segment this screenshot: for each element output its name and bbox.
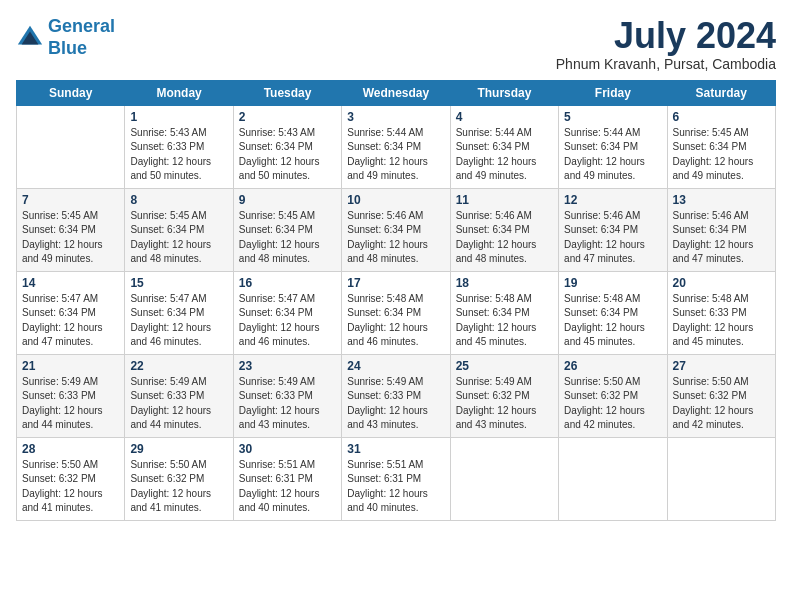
page-header: General Blue July 2024 Phnum Kravanh, Pu… [16,16,776,72]
calendar-cell: 21Sunrise: 5:49 AM Sunset: 6:33 PM Dayli… [17,354,125,437]
calendar-cell: 16Sunrise: 5:47 AM Sunset: 6:34 PM Dayli… [233,271,341,354]
cell-info: Sunrise: 5:44 AM Sunset: 6:34 PM Dayligh… [564,126,661,184]
cell-info: Sunrise: 5:49 AM Sunset: 6:32 PM Dayligh… [456,375,553,433]
cell-info: Sunrise: 5:48 AM Sunset: 6:33 PM Dayligh… [673,292,770,350]
day-number: 17 [347,276,444,290]
day-number: 18 [456,276,553,290]
cell-info: Sunrise: 5:45 AM Sunset: 6:34 PM Dayligh… [130,209,227,267]
day-number: 26 [564,359,661,373]
cell-info: Sunrise: 5:45 AM Sunset: 6:34 PM Dayligh… [239,209,336,267]
day-number: 8 [130,193,227,207]
day-header: Tuesday [233,80,341,105]
day-number: 31 [347,442,444,456]
calendar-header-row: SundayMondayTuesdayWednesdayThursdayFrid… [17,80,776,105]
calendar-cell: 8Sunrise: 5:45 AM Sunset: 6:34 PM Daylig… [125,188,233,271]
day-number: 22 [130,359,227,373]
cell-info: Sunrise: 5:48 AM Sunset: 6:34 PM Dayligh… [456,292,553,350]
day-number: 16 [239,276,336,290]
calendar-week-row: 14Sunrise: 5:47 AM Sunset: 6:34 PM Dayli… [17,271,776,354]
day-number: 29 [130,442,227,456]
calendar-week-row: 1Sunrise: 5:43 AM Sunset: 6:33 PM Daylig… [17,105,776,188]
cell-info: Sunrise: 5:46 AM Sunset: 6:34 PM Dayligh… [673,209,770,267]
logo: General Blue [16,16,115,59]
logo-text: General Blue [48,16,115,59]
cell-info: Sunrise: 5:46 AM Sunset: 6:34 PM Dayligh… [564,209,661,267]
day-number: 6 [673,110,770,124]
calendar-cell: 27Sunrise: 5:50 AM Sunset: 6:32 PM Dayli… [667,354,775,437]
calendar-cell: 30Sunrise: 5:51 AM Sunset: 6:31 PM Dayli… [233,437,341,520]
cell-info: Sunrise: 5:49 AM Sunset: 6:33 PM Dayligh… [347,375,444,433]
calendar-cell: 24Sunrise: 5:49 AM Sunset: 6:33 PM Dayli… [342,354,450,437]
day-number: 2 [239,110,336,124]
calendar-body: 1Sunrise: 5:43 AM Sunset: 6:33 PM Daylig… [17,105,776,520]
calendar-cell: 6Sunrise: 5:45 AM Sunset: 6:34 PM Daylig… [667,105,775,188]
day-number: 9 [239,193,336,207]
day-number: 23 [239,359,336,373]
calendar-cell: 25Sunrise: 5:49 AM Sunset: 6:32 PM Dayli… [450,354,558,437]
day-number: 3 [347,110,444,124]
subtitle: Phnum Kravanh, Pursat, Cambodia [556,56,776,72]
cell-info: Sunrise: 5:46 AM Sunset: 6:34 PM Dayligh… [347,209,444,267]
cell-info: Sunrise: 5:51 AM Sunset: 6:31 PM Dayligh… [347,458,444,516]
calendar-cell: 23Sunrise: 5:49 AM Sunset: 6:33 PM Dayli… [233,354,341,437]
day-number: 7 [22,193,119,207]
day-number: 25 [456,359,553,373]
calendar-cell: 1Sunrise: 5:43 AM Sunset: 6:33 PM Daylig… [125,105,233,188]
day-number: 12 [564,193,661,207]
calendar-week-row: 7Sunrise: 5:45 AM Sunset: 6:34 PM Daylig… [17,188,776,271]
cell-info: Sunrise: 5:51 AM Sunset: 6:31 PM Dayligh… [239,458,336,516]
cell-info: Sunrise: 5:49 AM Sunset: 6:33 PM Dayligh… [22,375,119,433]
cell-info: Sunrise: 5:45 AM Sunset: 6:34 PM Dayligh… [22,209,119,267]
day-header: Sunday [17,80,125,105]
day-header: Monday [125,80,233,105]
cell-info: Sunrise: 5:49 AM Sunset: 6:33 PM Dayligh… [239,375,336,433]
calendar-cell: 29Sunrise: 5:50 AM Sunset: 6:32 PM Dayli… [125,437,233,520]
day-number: 10 [347,193,444,207]
calendar-cell: 17Sunrise: 5:48 AM Sunset: 6:34 PM Dayli… [342,271,450,354]
calendar-cell: 3Sunrise: 5:44 AM Sunset: 6:34 PM Daylig… [342,105,450,188]
day-number: 28 [22,442,119,456]
calendar-cell: 12Sunrise: 5:46 AM Sunset: 6:34 PM Dayli… [559,188,667,271]
calendar-cell [17,105,125,188]
calendar-cell: 22Sunrise: 5:49 AM Sunset: 6:33 PM Dayli… [125,354,233,437]
cell-info: Sunrise: 5:47 AM Sunset: 6:34 PM Dayligh… [239,292,336,350]
day-number: 14 [22,276,119,290]
calendar-week-row: 28Sunrise: 5:50 AM Sunset: 6:32 PM Dayli… [17,437,776,520]
calendar-cell: 4Sunrise: 5:44 AM Sunset: 6:34 PM Daylig… [450,105,558,188]
calendar-cell [559,437,667,520]
calendar-cell [450,437,558,520]
calendar-cell: 28Sunrise: 5:50 AM Sunset: 6:32 PM Dayli… [17,437,125,520]
cell-info: Sunrise: 5:50 AM Sunset: 6:32 PM Dayligh… [673,375,770,433]
cell-info: Sunrise: 5:47 AM Sunset: 6:34 PM Dayligh… [22,292,119,350]
calendar-cell: 18Sunrise: 5:48 AM Sunset: 6:34 PM Dayli… [450,271,558,354]
day-number: 11 [456,193,553,207]
calendar-cell: 2Sunrise: 5:43 AM Sunset: 6:34 PM Daylig… [233,105,341,188]
cell-info: Sunrise: 5:43 AM Sunset: 6:34 PM Dayligh… [239,126,336,184]
day-number: 24 [347,359,444,373]
day-number: 19 [564,276,661,290]
month-title: July 2024 [556,16,776,56]
day-number: 21 [22,359,119,373]
cell-info: Sunrise: 5:49 AM Sunset: 6:33 PM Dayligh… [130,375,227,433]
day-header: Friday [559,80,667,105]
calendar-cell: 19Sunrise: 5:48 AM Sunset: 6:34 PM Dayli… [559,271,667,354]
day-number: 27 [673,359,770,373]
calendar-cell: 10Sunrise: 5:46 AM Sunset: 6:34 PM Dayli… [342,188,450,271]
day-number: 20 [673,276,770,290]
day-header: Wednesday [342,80,450,105]
calendar-cell [667,437,775,520]
day-number: 4 [456,110,553,124]
cell-info: Sunrise: 5:43 AM Sunset: 6:33 PM Dayligh… [130,126,227,184]
day-number: 30 [239,442,336,456]
cell-info: Sunrise: 5:47 AM Sunset: 6:34 PM Dayligh… [130,292,227,350]
calendar-cell: 26Sunrise: 5:50 AM Sunset: 6:32 PM Dayli… [559,354,667,437]
day-header: Saturday [667,80,775,105]
cell-info: Sunrise: 5:48 AM Sunset: 6:34 PM Dayligh… [564,292,661,350]
cell-info: Sunrise: 5:44 AM Sunset: 6:34 PM Dayligh… [347,126,444,184]
calendar-cell: 13Sunrise: 5:46 AM Sunset: 6:34 PM Dayli… [667,188,775,271]
day-number: 15 [130,276,227,290]
calendar-cell: 5Sunrise: 5:44 AM Sunset: 6:34 PM Daylig… [559,105,667,188]
day-number: 5 [564,110,661,124]
day-header: Thursday [450,80,558,105]
calendar-cell: 9Sunrise: 5:45 AM Sunset: 6:34 PM Daylig… [233,188,341,271]
